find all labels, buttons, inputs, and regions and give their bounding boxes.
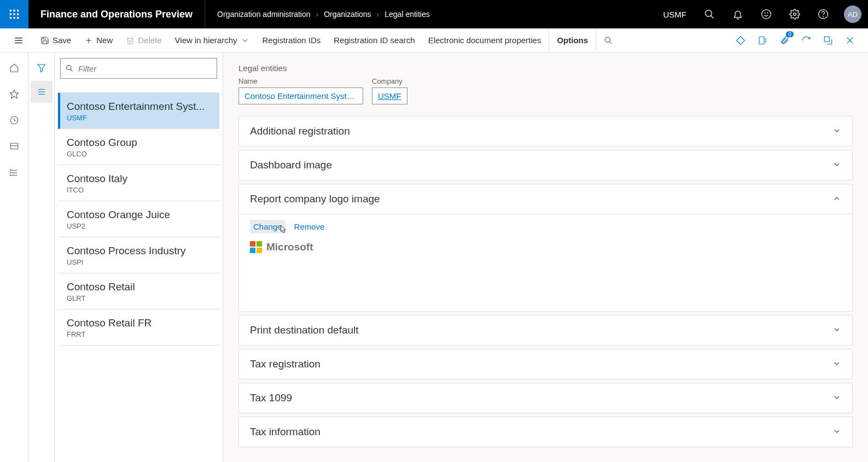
- breadcrumb-1[interactable]: Organizations: [324, 10, 371, 19]
- registration-ids-button[interactable]: Registration IDs: [257, 32, 327, 48]
- home-icon[interactable]: [3, 57, 25, 79]
- filter-field[interactable]: [78, 64, 212, 73]
- modules-icon[interactable]: [3, 162, 25, 184]
- attachments-icon[interactable]: 0: [775, 31, 794, 50]
- bell-icon[interactable]: [724, 0, 752, 28]
- edoc-properties-button[interactable]: Electronic document properties: [423, 32, 547, 48]
- svg-point-37: [10, 170, 11, 171]
- hamburger-icon[interactable]: [4, 28, 33, 52]
- page-info-icon[interactable]: [753, 31, 772, 50]
- svg-rect-7: [13, 17, 15, 19]
- chevron-down-icon: [832, 325, 841, 336]
- filter-toggle-icon[interactable]: [31, 57, 53, 79]
- topbar-right: USMF AD: [655, 0, 869, 28]
- chevron-right-icon: ›: [377, 10, 380, 19]
- workspace-icon[interactable]: [3, 136, 25, 157]
- app-title: Finance and Operations Preview: [28, 0, 205, 28]
- user-avatar[interactable]: AD: [844, 5, 861, 23]
- topbar: Finance and Operations Preview Organizat…: [0, 0, 868, 28]
- entity-item[interactable]: Contoso Entertainment Syst... USMF: [58, 93, 219, 129]
- svg-line-10: [711, 16, 714, 19]
- panel-tax-1099: Tax 1099: [238, 383, 853, 413]
- gear-icon[interactable]: [780, 0, 809, 28]
- star-icon[interactable]: [3, 83, 25, 105]
- app-launcher[interactable]: [0, 0, 28, 28]
- panel-header[interactable]: Tax information: [239, 417, 852, 447]
- chevron-down-icon: [832, 393, 841, 403]
- recent-icon[interactable]: [3, 109, 25, 131]
- panel-header[interactable]: Tax registration: [239, 349, 852, 379]
- name-input[interactable]: Contoso Entertainment System ...: [238, 87, 363, 104]
- microsoft-logo-icon: [250, 241, 262, 253]
- svg-point-22: [605, 37, 610, 42]
- entity-item[interactable]: Contoso Group GLCO: [58, 129, 219, 165]
- svg-rect-8: [17, 17, 19, 19]
- new-button[interactable]: New: [79, 32, 118, 48]
- svg-marker-40: [38, 65, 45, 72]
- registration-id-search-button[interactable]: Registration ID search: [328, 32, 420, 48]
- svg-rect-4: [13, 13, 15, 15]
- svg-rect-6: [10, 17, 11, 19]
- list-panel: Contoso Entertainment Syst... USMF Conto…: [28, 52, 223, 462]
- svg-rect-2: [17, 10, 19, 11]
- svg-line-45: [70, 69, 72, 71]
- refresh-icon[interactable]: [797, 31, 815, 50]
- svg-rect-0: [10, 10, 11, 11]
- panel-header[interactable]: Additional registration: [239, 116, 852, 146]
- panel-tax-information: Tax information: [238, 417, 853, 447]
- svg-point-39: [10, 175, 11, 176]
- view-hierarchy-button[interactable]: View in hierarchy: [170, 32, 255, 48]
- delete-button: Delete: [120, 32, 167, 48]
- chevron-down-icon: [832, 126, 841, 137]
- filter-input[interactable]: [60, 58, 217, 79]
- entity-item[interactable]: Contoso Orange Juice USP2: [58, 201, 219, 237]
- panel-print-destination: Print destination default: [238, 315, 853, 346]
- panel-header[interactable]: Tax 1099: [239, 383, 852, 413]
- search-icon: [65, 64, 74, 73]
- chevron-down-icon: [832, 160, 841, 171]
- breadcrumb-0[interactable]: Organization administration: [217, 10, 310, 19]
- chevron-right-icon: ›: [316, 10, 319, 19]
- svg-point-14: [794, 13, 796, 16]
- chevron-up-icon: [832, 194, 841, 204]
- name-label: Name: [238, 77, 363, 85]
- list-view-icon[interactable]: [31, 81, 53, 103]
- main-content: Legal entities Name Contoso Entertainmen…: [223, 52, 868, 462]
- svg-rect-32: [10, 143, 18, 149]
- personalize-icon[interactable]: [731, 31, 750, 50]
- save-button[interactable]: Save: [35, 32, 77, 48]
- search-icon[interactable]: [695, 0, 724, 28]
- change-button[interactable]: Change: [250, 220, 286, 233]
- svg-rect-1: [13, 10, 15, 11]
- chevron-down-icon: [832, 427, 841, 437]
- svg-point-9: [706, 10, 712, 17]
- popup-icon[interactable]: [819, 31, 837, 50]
- panel-header[interactable]: Print destination default: [239, 315, 852, 345]
- svg-marker-30: [10, 90, 18, 98]
- svg-rect-27: [824, 37, 829, 42]
- company-context[interactable]: USMF: [655, 10, 696, 19]
- entity-item[interactable]: Contoso Italy ITCO: [58, 165, 219, 201]
- svg-rect-3: [10, 13, 11, 15]
- remove-button[interactable]: Remove: [291, 220, 328, 233]
- search-action-icon[interactable]: [598, 33, 618, 48]
- options-tab[interactable]: Options: [549, 30, 596, 50]
- svg-rect-5: [17, 13, 19, 15]
- breadcrumb-2[interactable]: Legal entities: [385, 10, 430, 19]
- page-caption: Legal entities: [238, 63, 853, 73]
- svg-point-13: [767, 13, 768, 13]
- entity-list[interactable]: Contoso Entertainment Syst... USMF Conto…: [58, 84, 219, 462]
- svg-point-12: [765, 13, 765, 13]
- entity-item[interactable]: Contoso Retail GLRT: [58, 273, 219, 309]
- panel-header[interactable]: Report company logo image: [239, 184, 852, 214]
- panel-dashboard-image: Dashboard image: [238, 150, 853, 180]
- smiley-icon[interactable]: [752, 0, 780, 28]
- entity-item[interactable]: Contoso Retail FR FRRT: [58, 309, 219, 346]
- entity-item[interactable]: Contoso Process Industry USPI: [58, 237, 219, 273]
- panel-header[interactable]: Dashboard image: [239, 150, 852, 180]
- help-icon[interactable]: [809, 0, 837, 28]
- svg-line-23: [609, 42, 611, 44]
- company-input[interactable]: USMF: [372, 87, 407, 104]
- company-label: Company: [372, 77, 407, 85]
- close-icon[interactable]: [841, 31, 859, 50]
